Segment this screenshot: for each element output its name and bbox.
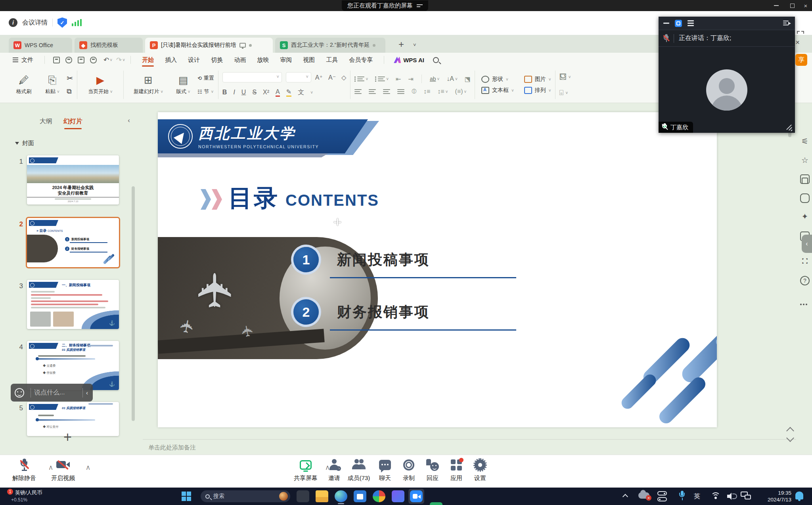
slide-thumbnail-4[interactable]: 二、财务报销事项 01 实践报销事项 ◆ 交通费 ◆ 住宿费 ⚓ (27, 341, 119, 390)
print-icon[interactable] (78, 57, 84, 63)
justify-button[interactable] (397, 89, 404, 94)
notification-bell-icon[interactable] (795, 492, 803, 499)
file-menu-icon[interactable] (13, 57, 18, 62)
superscript-button[interactable]: X² (263, 89, 269, 96)
video-options-chevron[interactable]: ᐱ (86, 465, 90, 471)
tab-wps-home[interactable]: W WPS Office (9, 38, 72, 53)
new-slide-button[interactable]: ⊞ 新建幻灯片 ˅ (128, 70, 169, 100)
network-signal-icon[interactable] (72, 19, 82, 26)
reset-button[interactable]: ⟲重置 (197, 73, 214, 83)
tab-list-chevron-icon[interactable]: ˅ (413, 42, 416, 48)
decrease-font-button[interactable]: A⁻ (328, 74, 336, 81)
widgets-stock-ticker[interactable]: 1 英镑/人民币 +0.51% (8, 489, 42, 503)
switch-window-icon[interactable] (800, 174, 810, 184)
taskbar-app-purple[interactable] (392, 490, 404, 502)
font-size-select[interactable] (286, 72, 311, 82)
tray-overflow-chevron[interactable] (622, 494, 628, 499)
section-button[interactable]: ☷节 ˅ (197, 86, 214, 97)
symbol-button[interactable]: ⬔ (465, 75, 471, 83)
tab-docer-templates[interactable]: ◆ 找稻壳模板 (75, 38, 143, 53)
effects-star-icon[interactable]: ☆ (800, 155, 810, 165)
taskbar-app-taskview[interactable] (297, 490, 309, 502)
settings-button[interactable]: 设置 (463, 458, 497, 482)
meeting-details-label[interactable]: 会议详情 (22, 19, 48, 27)
view-mode-icon[interactable] (675, 20, 682, 27)
taskbar-app-photos[interactable] (373, 490, 385, 502)
menu-tools[interactable]: 工具 (320, 53, 343, 67)
cut-button[interactable]: ✂ (67, 73, 73, 83)
smart-beautify-icon[interactable]: ✦ (800, 212, 810, 221)
highlight-button[interactable]: ✎ (286, 88, 291, 97)
notes-placeholder[interactable]: 单击此处添加备注 (148, 444, 196, 451)
para-spacing-button[interactable]: ↕≡˅ (437, 88, 448, 95)
taskbar-app-store[interactable] (354, 490, 366, 502)
eco-mode-icon[interactable] (800, 193, 810, 203)
wps-share-badge[interactable]: 享 (795, 54, 807, 66)
security-shield-icon[interactable]: ✓ (57, 17, 67, 28)
theme-clothes-icon[interactable]: ⛚ (800, 256, 810, 266)
list-view-icon[interactable] (688, 20, 694, 26)
window-maximize-button[interactable] (784, 0, 800, 11)
window-minimize-button[interactable] (768, 0, 784, 11)
section-cover[interactable]: 封面 (15, 140, 34, 147)
frame-style-button[interactable]: ⌻˅ (559, 88, 568, 98)
toc-item-2[interactable]: 2 财务报销事项 (293, 299, 430, 325)
align-right-button[interactable] (383, 89, 390, 94)
cast-screen-icon[interactable] (741, 492, 751, 499)
tab-outline[interactable]: 大纲 (40, 117, 52, 126)
phonetic-guide-button[interactable]: 文 (298, 88, 304, 97)
line-spacing-button[interactable]: ↕≡ (423, 88, 430, 95)
taskbar-clock[interactable]: 19:35 2024/7/13 (760, 490, 791, 503)
picture-button[interactable]: 图片˅ (524, 76, 551, 83)
new-tab-button[interactable]: + (398, 40, 404, 49)
underline-button[interactable]: U (241, 89, 246, 96)
bullet-list-button[interactable]: ˅ (354, 77, 368, 81)
strikethrough-button[interactable]: S (252, 89, 257, 96)
unmute-button[interactable]: ᐱ 解除静音 (7, 458, 41, 482)
distribute-button[interactable]: ⦶ (412, 88, 416, 95)
taskbar-app-edge[interactable] (335, 490, 347, 502)
menu-membership[interactable]: 会员专享 (343, 53, 378, 67)
arrange-button[interactable]: 排列˅ (524, 87, 551, 94)
paste-button[interactable]: ⎘ 粘贴 ˅ (38, 70, 67, 100)
chat-collapse-icon[interactable]: ‹ (86, 389, 88, 396)
pill-menu-icon[interactable] (417, 4, 423, 7)
menu-design[interactable]: 设计 (182, 53, 205, 67)
window-close-button[interactable]: × (799, 0, 812, 11)
save-icon[interactable] (53, 57, 60, 63)
font-color-button[interactable]: A (276, 88, 280, 97)
slide-thumbnail-3[interactable]: 一、新闻投稿事项 ⚓ (27, 280, 119, 329)
italic-button[interactable]: I (233, 89, 235, 96)
slide-thumbnail-2[interactable]: » 目录 CONTENTS 1 新闻投稿事项 2 财务报销事项 (27, 218, 119, 267)
output-icon[interactable] (65, 57, 72, 63)
panel-minimize-icon[interactable] (663, 23, 669, 24)
sidebar-scrollbar[interactable] (132, 186, 135, 421)
menu-file[interactable]: 文件 (21, 56, 33, 64)
copy-button[interactable]: ⧉ (67, 86, 71, 97)
layout-button[interactable]: ▤ 版式 ˅ (169, 70, 197, 100)
more-options-icon[interactable] (800, 300, 810, 302)
video-call-panel[interactable]: 正在讲话：丁嘉欣; 丁嘉欣 (659, 17, 795, 133)
redo-icon[interactable]: ↷ (116, 56, 122, 64)
panel-resize-handle[interactable] (785, 123, 793, 131)
menu-insert[interactable]: 插入 (159, 53, 182, 67)
sidebar-collapse-icon[interactable]: ‹ (128, 117, 130, 124)
taskbar-app-meeting-active[interactable] (408, 489, 424, 504)
print-preview-icon[interactable] (90, 57, 97, 63)
input-language-indicator[interactable]: 英 (694, 492, 700, 501)
slide-thumbnail-5[interactable]: 01 实践报销事项 ◆ 对公支付 (27, 402, 119, 436)
chat-quick-input[interactable]: 说点什么... ‹ (11, 384, 93, 402)
align-left-button[interactable] (354, 89, 362, 94)
panel-collapse-handle[interactable]: ‹ (802, 235, 812, 253)
font-family-select[interactable] (222, 72, 282, 82)
menu-view[interactable]: 视图 (297, 53, 320, 67)
input-switch-icon[interactable] (657, 491, 667, 501)
shape-button[interactable]: 形状˅ (481, 76, 514, 83)
fill-color-button[interactable]: ⛾˅ (559, 72, 571, 82)
emoji-icon[interactable] (15, 388, 24, 398)
increase-font-button[interactable]: A⁺ (315, 74, 323, 81)
start-video-button[interactable]: ᐱ 开启视频 (46, 458, 80, 482)
next-slide-button[interactable] (786, 434, 794, 442)
add-slide-button[interactable]: + (63, 429, 72, 446)
dock-panel-icon[interactable] (783, 21, 790, 26)
